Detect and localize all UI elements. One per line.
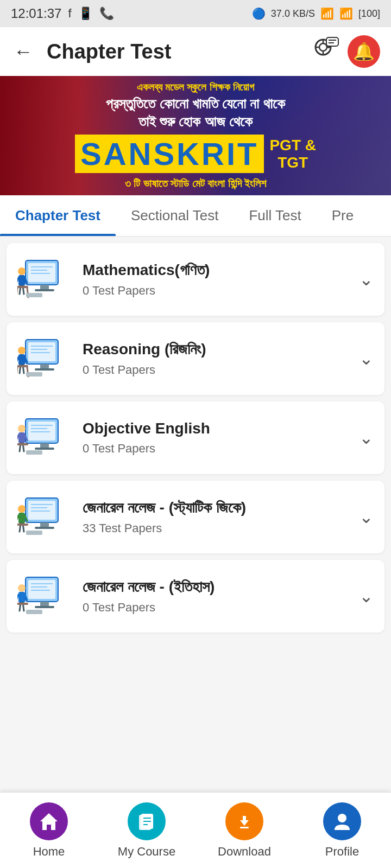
banner-sanskrit: SANSKRIT xyxy=(75,135,264,173)
subject-icon-gk-static xyxy=(17,493,72,541)
svg-rect-72 xyxy=(17,524,28,526)
subject-info-reasoning: Reasoning (রিজনিং) 0 Test Papers xyxy=(83,341,348,377)
list-item[interactable]: Reasoning (রিজনিং) 0 Test Papers ⌄ xyxy=(7,322,384,395)
svg-point-51 xyxy=(18,425,26,432)
speed-display: 37.0 KB/S xyxy=(271,8,315,20)
svg-line-19 xyxy=(17,278,18,285)
svg-rect-97 xyxy=(240,827,249,828)
tab-chapter-test[interactable]: Chapter Test xyxy=(0,195,116,236)
svg-rect-43 xyxy=(26,372,42,376)
svg-rect-88 xyxy=(26,610,42,614)
nav-download[interactable]: Download xyxy=(195,793,293,868)
header: ← Chapter Test 🔔 xyxy=(0,27,391,76)
svg-line-68 xyxy=(17,515,18,522)
subject-info-english: Objective English 0 Test Papers xyxy=(83,420,348,456)
svg-rect-11 xyxy=(28,263,55,282)
subject-name: Objective English xyxy=(83,420,348,437)
nav-my-course[interactable]: My Course xyxy=(98,793,195,868)
subject-count: 0 Test Papers xyxy=(83,442,348,456)
svg-point-17 xyxy=(18,267,26,275)
subject-name: Reasoning (রিজনিং) xyxy=(83,341,348,359)
subject-name: জেনারেল নলেজ - (ইতিহাস) xyxy=(83,578,348,596)
banner-pgt: PGT & xyxy=(269,137,316,154)
subject-name: Mathematics(গণিত) xyxy=(83,261,348,279)
battery-display: [100] xyxy=(358,8,380,20)
subject-icon-mathematics xyxy=(17,255,72,304)
status-bar-left: 12:01:37 f 📱 📞 xyxy=(11,6,114,21)
svg-rect-87 xyxy=(17,603,28,605)
subject-info-gk-static: জেনারেল নলেজ - (স্ট্যাটিক জিকে) 33 Test … xyxy=(83,499,348,535)
banner-line1: একলব্য মডেল স্কুলে শিক্ষক নিয়োগ xyxy=(75,81,316,93)
svg-rect-73 xyxy=(26,531,42,535)
svg-rect-45 xyxy=(28,422,55,441)
svg-rect-49 xyxy=(40,443,49,448)
svg-rect-60 xyxy=(28,501,55,520)
subject-count: 33 Test Papers xyxy=(83,521,348,535)
svg-rect-75 xyxy=(28,580,55,599)
svg-rect-28 xyxy=(28,342,55,361)
profile-label: Profile xyxy=(325,845,359,859)
nav-profile[interactable]: Profile xyxy=(293,793,391,868)
subject-name: জেনারেল নলেজ - (স্ট্যাটিক জিকে) xyxy=(83,499,348,517)
subject-icon-english xyxy=(17,413,72,462)
svg-line-83 xyxy=(17,595,18,602)
list-item[interactable]: জেনারেল নলেজ - (স্ট্যাটিক জিকে) 33 Test … xyxy=(7,481,384,553)
svg-rect-35 xyxy=(18,354,25,365)
list-item[interactable]: Objective English 0 Test Papers ⌄ xyxy=(7,401,384,474)
svg-rect-82 xyxy=(18,592,25,603)
back-button[interactable]: ← xyxy=(11,37,36,66)
expand-icon[interactable]: ⌄ xyxy=(359,269,374,290)
svg-rect-32 xyxy=(40,364,49,368)
call-icon: 📞 xyxy=(99,7,114,21)
status-bar: 12:01:37 f 📱 📞 🔵 37.0 KB/S 📶 📶 [100] xyxy=(0,0,391,27)
tab-pre[interactable]: Pre xyxy=(317,195,369,236)
bluetooth-icon: 🔵 xyxy=(252,7,266,20)
subject-icon-reasoning xyxy=(17,334,72,383)
expand-icon[interactable]: ⌄ xyxy=(359,427,374,448)
signal-icon: 📶 xyxy=(339,7,353,20)
subject-info-gk-history: জেনারেল নলেজ - (ইতিহাস) 0 Test Papers xyxy=(83,578,348,615)
svg-rect-57 xyxy=(17,443,28,445)
whatsapp-icon: 📱 xyxy=(78,7,93,21)
svg-rect-80 xyxy=(35,606,54,608)
subject-count: 0 Test Papers xyxy=(83,284,348,298)
tab-full-test[interactable]: Full Test xyxy=(234,195,316,236)
promotional-banner: একলব্য মডেল স্কুলে শিক্ষক নিয়োগ প্রস্তু… xyxy=(0,76,391,195)
subject-icon-gk-history xyxy=(17,572,72,621)
svg-point-1 xyxy=(319,43,327,51)
subject-list: Mathematics(গণিত) 0 Test Papers ⌄ R xyxy=(0,237,391,639)
page-title: Chapter Test xyxy=(47,40,296,63)
svg-point-81 xyxy=(18,584,26,592)
svg-point-34 xyxy=(18,347,26,354)
subject-count: 0 Test Papers xyxy=(83,601,348,615)
expand-icon[interactable]: ⌄ xyxy=(359,348,374,369)
wifi-icon: 📶 xyxy=(320,7,334,20)
svg-point-98 xyxy=(338,814,346,822)
svg-point-66 xyxy=(18,505,26,513)
svg-rect-33 xyxy=(35,368,54,371)
nav-home[interactable]: Home xyxy=(0,793,98,868)
mycourse-label: My Course xyxy=(118,845,175,859)
support-icon[interactable] xyxy=(307,35,339,68)
list-item[interactable]: জেনারেল নলেজ - (ইতিহাস) 0 Test Papers ⌄ xyxy=(7,560,384,633)
home-icon-wrap xyxy=(30,802,68,840)
notification-button[interactable]: 🔔 xyxy=(348,35,380,68)
svg-rect-58 xyxy=(26,450,42,455)
expand-icon[interactable]: ⌄ xyxy=(359,586,374,607)
subject-info-mathematics: Mathematics(গণিত) 0 Test Papers xyxy=(83,261,348,298)
profile-icon-wrap xyxy=(323,802,361,840)
banner-tgt: TGT xyxy=(278,154,308,171)
time-display: 12:01:37 xyxy=(11,6,61,21)
download-icon-wrap xyxy=(225,802,263,840)
banner-subtitle: ৩ টি ভাষাতে স্টাডি মেট বাংলা হিন্দি ইংলি… xyxy=(75,177,316,190)
svg-line-53 xyxy=(17,435,18,442)
tab-sectional-test[interactable]: Sectional Test xyxy=(116,195,234,236)
subject-count: 0 Test Papers xyxy=(83,363,348,377)
status-bar-right: 🔵 37.0 KB/S 📶 📶 [100] xyxy=(252,7,380,20)
expand-icon[interactable]: ⌄ xyxy=(359,507,374,527)
fb-icon: f xyxy=(68,7,71,21)
svg-rect-26 xyxy=(26,293,42,297)
svg-marker-89 xyxy=(40,813,58,830)
download-label: Download xyxy=(218,845,271,859)
list-item[interactable]: Mathematics(গণিত) 0 Test Papers ⌄ xyxy=(7,243,384,316)
